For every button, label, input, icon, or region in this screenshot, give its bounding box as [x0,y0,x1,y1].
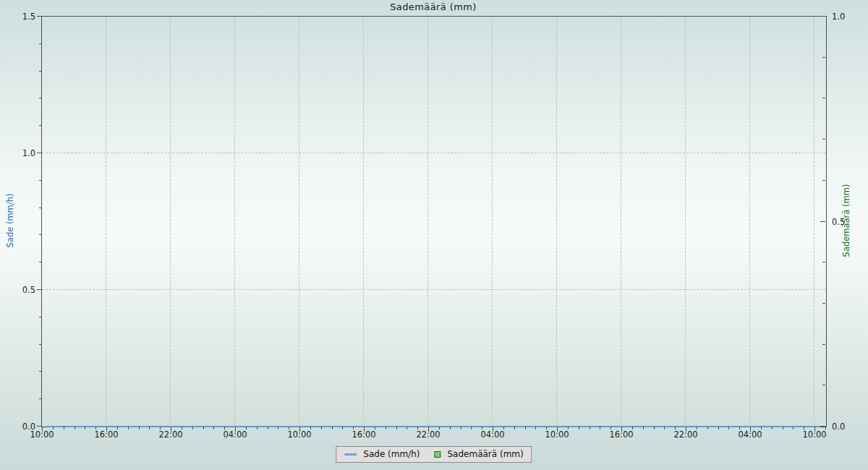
right-tick [820,426,825,427]
x-tick [268,427,268,430]
x-tick [728,427,729,430]
y-gridline [42,153,826,153]
x-gridline [685,17,686,427]
x-gridline [106,17,106,427]
x-gridline [814,17,814,427]
right-tick-label: 0.0 [832,422,845,432]
x-gridline [556,17,557,427]
x-tick [707,427,708,430]
left-tick [39,98,42,98]
x-tick [192,427,193,430]
x-gridline [170,17,171,427]
x-tick [203,427,204,430]
x-tick [64,427,64,430]
precipitation-chart-page: { "chart": { "title": "Sademäärä (mm)" }… [0,0,868,470]
x-tick [654,427,655,430]
left-tick [39,43,42,44]
plot-area: 10:0016:0022:0004:0010:0016:0022:0004:00… [41,16,827,427]
right-tick [822,385,825,385]
left-tick [39,371,42,372]
x-tick [321,427,322,430]
y-gridline [42,289,826,290]
legend-square-marker-icon [434,451,441,458]
legend-item-sademaara: Sademäärä (mm) [434,449,523,459]
x-gridline [427,17,428,427]
x-tick [535,427,536,430]
x-gridline [234,17,235,427]
legend-label-sade: Sade (mm/h) [363,449,420,459]
x-tick [718,427,719,430]
chart-title: Sademäärä (mm) [41,1,825,12]
x-tick [128,427,129,430]
x-tick [386,427,386,430]
right-tick [822,303,825,304]
legend-item-sade: Sade (mm/h) [344,449,420,459]
left-tick [37,153,42,153]
right-tick [822,344,825,345]
x-tick [590,427,590,430]
left-tick [37,289,42,290]
left-tick [39,125,42,126]
x-tick [85,427,85,430]
x-tick [139,427,140,430]
x-tick-label: 22:00 [416,430,440,440]
x-gridline [299,17,299,427]
x-tick-label: 04:00 [223,430,247,440]
x-tick-label: 10:00 [545,430,569,440]
right-tick [822,180,825,181]
right-tick [822,139,825,140]
x-tick [772,427,773,430]
x-tick [514,427,515,430]
legend-label-sademaara: Sademäärä (mm) [447,449,523,459]
x-tick-label: 04:00 [738,430,762,440]
left-tick-label: 1.5 [22,12,35,22]
x-tick [664,427,665,430]
x-tick [643,427,644,430]
x-tick [471,427,472,430]
legend-line-marker-icon [344,453,357,456]
x-tick [793,427,793,430]
x-tick [461,427,461,430]
x-tick [600,427,600,430]
x-tick-label: 10:00 [802,430,826,440]
x-tick [75,427,75,430]
x-tick [213,427,214,430]
x-tick [342,427,343,430]
left-tick [37,426,42,427]
x-tick [332,427,333,430]
x-tick [149,427,150,430]
left-tick [37,16,42,17]
series-line-sade [46,426,820,427]
left-tick [39,208,42,208]
left-tick [39,262,42,262]
x-tick [396,427,397,430]
left-tick [39,71,42,72]
x-tick-label: 16:00 [352,430,375,440]
right-tick-label: 1.0 [832,12,845,22]
x-tick [450,427,451,430]
x-tick-label: 22:00 [158,430,182,440]
left-tick [39,234,42,235]
right-tick [822,262,825,262]
left-axis-title: Sade (mm/h) [5,194,15,248]
left-tick [39,180,42,181]
left-tick-label: 1.0 [22,148,35,158]
x-tick-label: 10:00 [287,430,311,440]
x-tick-label: 04:00 [480,430,504,440]
right-tick [822,57,825,58]
x-tick [278,427,278,430]
left-tick [39,398,42,399]
right-tick [820,16,825,17]
x-tick [407,427,407,430]
x-tick [525,427,526,430]
x-tick [783,427,783,430]
x-tick-label: 16:00 [609,430,633,440]
x-tick-label: 22:00 [673,430,697,440]
x-gridline [621,17,621,427]
left-tick [39,344,42,345]
right-axis-title: Sademäärä (mm) [841,184,851,257]
chart-legend: Sade (mm/h) Sademäärä (mm) [336,446,532,463]
left-tick-label: 0.5 [22,285,35,295]
right-tick [822,98,825,98]
x-tick-label: 16:00 [94,430,118,440]
